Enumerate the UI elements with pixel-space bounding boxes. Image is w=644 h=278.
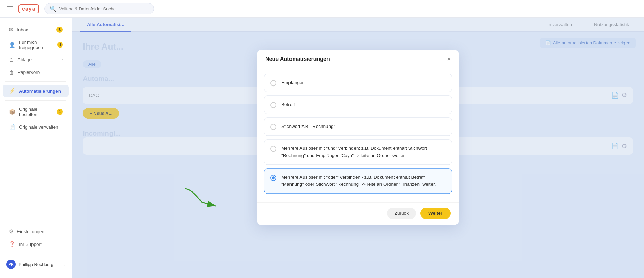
sidebar-item-inbox[interactable]: ✉ Inbox 3 — [3, 24, 69, 36]
radio-circle-mehrere-und — [270, 146, 276, 152]
content: Alle Automatisi... n verwalten Nutzungss… — [72, 18, 644, 278]
search-input[interactable] — [59, 6, 149, 11]
option-label-betreff: Betreff — [281, 101, 295, 108]
einstellungen-icon: ⚙ — [9, 228, 13, 235]
sidebar-item-label: Originale verwalten — [19, 124, 59, 130]
sidebar-item-originale-bestellen[interactable]: 📦 Originale bestellen 1 — [3, 104, 69, 120]
user-name: Phillipp Rechberg — [18, 262, 53, 267]
inbox-badge: 3 — [56, 27, 63, 33]
radio-circle-empfaenger — [270, 80, 276, 86]
avatar: PR — [6, 260, 16, 269]
radio-circle-betreff — [270, 102, 276, 108]
sidebar-item-originale-verwalten[interactable]: 📄 Originale verwalten — [3, 121, 69, 133]
bestellen-icon: 📦 — [9, 109, 15, 115]
option-betreff[interactable]: Betreff — [264, 95, 452, 114]
modal-body: Empfänger Betreff Stichwort z.B. "Rechnu… — [257, 68, 459, 203]
sidebar-divider-3 — [5, 253, 66, 253]
modal-footer: Zurück Weiter — [257, 203, 459, 225]
user-chevron-icon: ⌄ — [63, 263, 65, 266]
sidebar-item-label: Automatisierungen — [19, 89, 61, 94]
next-button[interactable]: Weiter — [420, 208, 451, 219]
option-label-empfaenger: Empfänger — [281, 79, 304, 86]
ablage-icon: 🗂 — [9, 57, 14, 63]
option-label-mehrere-oder: Mehrere Auslöser mit "oder" verbinden - … — [281, 174, 446, 188]
sidebar-item-automatisierungen[interactable]: ⚡ Automatisierungen — [3, 85, 69, 97]
automatisierungen-icon: ⚡ — [9, 88, 15, 94]
sidebar-item-label: Ablage — [17, 57, 32, 62]
back-button[interactable]: Zurück — [387, 208, 416, 219]
option-empfaenger[interactable]: Empfänger — [264, 74, 452, 92]
modal-header: Neue Automatisierungen × — [257, 50, 459, 68]
bestellen-badge: 1 — [57, 109, 63, 115]
freigegeben-badge: 1 — [57, 42, 63, 48]
sidebar-item-label: Originale bestellen — [19, 107, 54, 117]
sidebar-item-ihr-support[interactable]: ❓ Ihr Support — [3, 238, 69, 250]
sidebar-item-papierkorb[interactable]: 🗑 Papierkorb — [3, 66, 69, 78]
option-mehrere-und[interactable]: Mehrere Auslöser mit "und" verbinden: z.… — [264, 140, 452, 165]
menu-icon[interactable] — [7, 6, 13, 11]
search-bar[interactable]: 🔍 — [44, 3, 154, 14]
sidebar-item-ablage[interactable]: 🗂 Ablage › — [3, 54, 69, 66]
sidebar-divider-2 — [5, 100, 66, 101]
sidebar-item-einstellungen[interactable]: ⚙ Einstellungen — [3, 225, 69, 238]
chevron-icon: › — [62, 58, 63, 62]
sidebar-divider — [5, 81, 66, 82]
option-stichwort[interactable]: Stichwort z.B. "Rechnung" — [264, 117, 452, 136]
sidebar-item-label: Einstellungen — [17, 229, 44, 234]
sidebar-item-label: Papierkorb — [17, 70, 40, 75]
sidebar-item-label: Für mich freigegeben — [19, 40, 54, 50]
main-area: ✉ Inbox 3 👤 Für mich freigegeben 1 🗂 Abl… — [0, 18, 644, 278]
sidebar-item-label: Ihr Support — [19, 242, 42, 247]
sidebar-item-freigegeben[interactable]: 👤 Für mich freigegeben 1 — [3, 37, 69, 53]
search-icon: 🔍 — [50, 5, 56, 12]
option-mehrere-oder[interactable]: Mehrere Auslöser mit "oder" verbinden - … — [264, 168, 452, 194]
radio-circle-stichwort — [270, 124, 276, 130]
modal-title: Neue Automatisierungen — [265, 56, 330, 62]
logo: caya — [18, 4, 39, 13]
freigegeben-icon: 👤 — [9, 42, 15, 48]
sidebar: ✉ Inbox 3 👤 Für mich freigegeben 1 🗂 Abl… — [0, 18, 72, 278]
support-icon: ❓ — [9, 241, 15, 247]
radio-circle-mehrere-oder — [270, 175, 276, 181]
sidebar-bottom: ⚙ Einstellungen ❓ Ihr Support PR Phillip… — [0, 225, 72, 273]
app-layout: caya 🔍 ✉ Inbox 3 👤 Für mich freigegeben … — [0, 0, 644, 278]
modal-close-button[interactable]: × — [447, 56, 451, 63]
verwalten-icon: 📄 — [9, 124, 15, 130]
sidebar-item-label: Inbox — [17, 27, 28, 32]
topbar: caya 🔍 — [0, 0, 644, 18]
modal: Neue Automatisierungen × Empfänger Betre… — [257, 50, 459, 225]
option-label-mehrere-und: Mehrere Auslöser mit "und" verbinden: z.… — [281, 145, 446, 159]
inbox-icon: ✉ — [9, 27, 13, 33]
user-row[interactable]: PR Phillipp Rechberg ⌄ — [0, 256, 72, 273]
papierkorb-icon: 🗑 — [9, 69, 14, 75]
option-label-stichwort: Stichwort z.B. "Rechnung" — [281, 123, 335, 130]
